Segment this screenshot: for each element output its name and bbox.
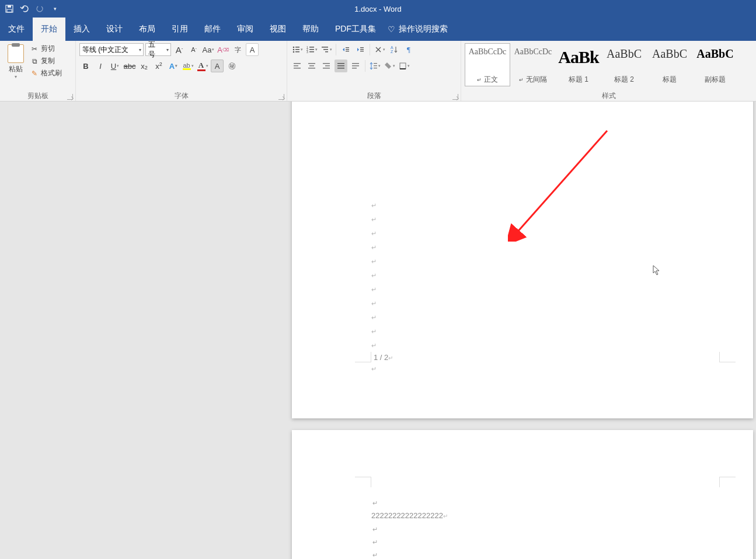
qat-customize-icon[interactable]: ▾ (50, 4, 60, 13)
quick-access-toolbar: ▾ (5, 4, 60, 13)
phonetic-guide-button[interactable]: 字 (231, 43, 244, 56)
superscript-button[interactable]: x2 (152, 60, 165, 72)
sup-2: 2 (159, 61, 162, 67)
svg-rect-13 (309, 49, 314, 50)
borders-button[interactable]: ▾ (398, 60, 410, 72)
clipboard-group-label: 剪贴板 (27, 91, 48, 101)
style-title[interactable]: AaBbC 标题 (647, 43, 692, 86)
decrease-indent-button[interactable] (339, 43, 352, 56)
strike-label: abc (124, 62, 136, 71)
clipboard-launcher[interactable] (67, 94, 73, 100)
highlight-button[interactable]: ab▾ (182, 60, 194, 72)
style-heading1[interactable]: AaBk 标题 1 (556, 43, 601, 86)
enclose-characters-button[interactable]: ㊙ (225, 60, 238, 72)
text-line: 22222222222222222↵ (371, 509, 448, 523)
underline-button[interactable]: U▾ (109, 60, 121, 72)
change-case-label: Aa (203, 46, 212, 54)
redo-icon[interactable] (35, 4, 44, 13)
svg-rect-18 (325, 51, 328, 53)
clear-formatting-button[interactable]: A⌫ (217, 43, 229, 56)
grow-font-button[interactable]: Aˆ (173, 43, 186, 56)
style-no-spacing[interactable]: AaBbCcDc ↵ 无间隔 (510, 43, 556, 86)
character-border-button[interactable]: A (246, 43, 259, 56)
document-page-1[interactable]: ↵ ↵ ↵ ↵ ↵ ↵ ↵ ↵ ↵ ↵ ↵ 1 / 2↵ ↵ (292, 102, 753, 418)
style-preview: AaBk (558, 47, 600, 67)
clipboard-icon (8, 44, 24, 63)
underline-label: U (111, 62, 116, 71)
paste-button[interactable]: 粘贴 ▾ (4, 43, 28, 79)
svg-point-6 (292, 49, 294, 51)
sort-button[interactable]: AZ (388, 43, 400, 56)
tab-insert[interactable]: 插入 (65, 18, 98, 41)
tab-review[interactable]: 审阅 (229, 18, 262, 41)
svg-point-3 (37, 6, 43, 12)
tab-mail[interactable]: 邮件 (196, 18, 229, 41)
font-name-value: 等线 (中文正文 (82, 45, 128, 55)
style-name-label: 标题 (649, 75, 691, 85)
tab-file[interactable]: 文件 (0, 18, 33, 41)
line-spacing-button[interactable]: ▾ (368, 60, 381, 72)
font-name-combo[interactable]: 等线 (中文正文▾ (79, 43, 144, 56)
group-clipboard: 粘贴 ▾ ✂剪切 ⧉复制 ✎格式刷 剪贴板 (0, 41, 76, 101)
paragraph-launcher[interactable] (452, 94, 458, 100)
tab-home[interactable]: 开始 (33, 18, 65, 41)
change-case-button[interactable]: Aa▾ (202, 43, 215, 56)
svg-rect-38 (337, 68, 344, 69)
asian-align-button[interactable]: ▾ (373, 43, 386, 56)
tab-references[interactable]: 引用 (163, 18, 196, 41)
copy-label: 复制 (41, 56, 55, 66)
font-size-combo[interactable]: 五号▾ (145, 43, 171, 56)
font-color-button[interactable]: A▾ (196, 60, 209, 72)
svg-rect-37 (337, 65, 344, 67)
font-launcher[interactable] (278, 94, 284, 100)
style-preview: AaBbCcDc (466, 47, 508, 57)
tab-help[interactable]: 帮助 (294, 18, 327, 41)
style-heading2[interactable]: AaBbC 标题 2 (601, 43, 647, 86)
align-right-button[interactable] (320, 60, 333, 72)
svg-rect-44 (374, 68, 377, 68)
show-marks-button[interactable]: ¶ (402, 43, 415, 56)
cut-button[interactable]: ✂剪切 (29, 43, 63, 54)
style-normal[interactable]: AaBbCcDc ↵ 正文 (465, 43, 510, 86)
phonetic-label: 字 (235, 46, 241, 54)
bullets-button[interactable]: ▾ (291, 43, 304, 56)
distribute-button[interactable] (349, 60, 362, 72)
svg-point-4 (292, 47, 294, 48)
undo-icon[interactable] (20, 4, 29, 13)
tab-design[interactable]: 设计 (98, 18, 131, 41)
shrink-font-button[interactable]: Aˇ (187, 43, 200, 56)
empty-paragraph (371, 497, 448, 509)
character-shading-button[interactable]: A (211, 60, 224, 72)
tell-me-search[interactable]: ♡ 操作说明搜索 (388, 18, 448, 41)
text-effects-button[interactable]: A▾ (167, 60, 180, 72)
tab-view[interactable]: 视图 (262, 18, 294, 41)
format-painter-button[interactable]: ✎格式刷 (29, 68, 63, 79)
paste-label: 粘贴 (4, 64, 28, 74)
document-page-2[interactable]: 22222222222222222↵ (292, 430, 753, 559)
font-size-value: 五号 (148, 40, 160, 60)
align-center-button[interactable] (305, 60, 318, 72)
copy-button[interactable]: ⧉复制 (29, 55, 63, 67)
increase-indent-button[interactable] (354, 43, 367, 56)
subscript-button[interactable]: x2 (138, 60, 151, 72)
shading-button[interactable]: ▾ (383, 60, 396, 72)
multilevel-list-button[interactable]: ▾ (320, 43, 333, 56)
style-subtitle[interactable]: AaBbC 副标题 (692, 43, 738, 86)
style-name-label: ↵ 正文 (466, 75, 508, 85)
save-icon[interactable] (5, 4, 14, 13)
tab-layout[interactable]: 布局 (131, 18, 163, 41)
italic-button[interactable]: I (94, 60, 107, 72)
italic-label: I (99, 62, 102, 71)
bold-button[interactable]: B (79, 60, 92, 72)
document-area[interactable]: ↵ ↵ ↵ ↵ ↵ ↵ ↵ ↵ ↵ ↵ ↵ 1 / 2↵ ↵ 222222222… (0, 102, 756, 559)
lightbulb-icon: ♡ (388, 25, 395, 34)
margin-corner-tr (719, 477, 736, 487)
justify-button[interactable] (335, 60, 347, 72)
svg-rect-27 (294, 63, 301, 64)
strikethrough-button[interactable]: abc (123, 60, 136, 72)
styles-gallery[interactable]: AaBbCcDc ↵ 正文 AaBbCcDc ↵ 无间隔 AaBk 标题 1 A… (464, 42, 739, 88)
svg-rect-32 (308, 68, 315, 69)
numbering-button[interactable]: 123▾ (305, 43, 318, 56)
align-left-button[interactable] (291, 60, 304, 72)
tab-pdf-tools[interactable]: PDF工具集 (327, 18, 384, 41)
